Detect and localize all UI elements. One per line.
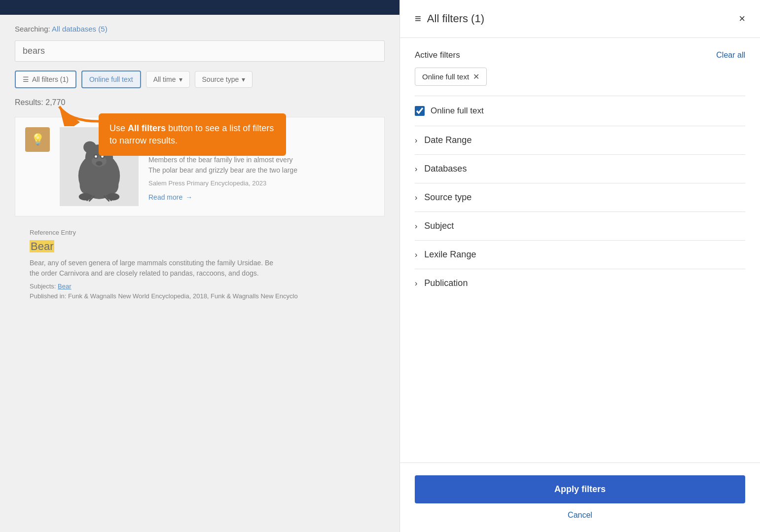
right-panel: ≡ All filters (1) × Active filters Clear…: [399, 0, 760, 532]
filter-bar: ☰ All filters (1) Online full text All t…: [15, 71, 385, 88]
all-filters-button[interactable]: ☰ All filters (1): [15, 71, 76, 88]
clear-all-button[interactable]: Clear all: [716, 51, 745, 60]
accordion-item-date-range: › Date Range: [415, 126, 745, 154]
arrow-right-icon: →: [185, 193, 192, 201]
chevron-right-icon: ›: [415, 165, 417, 174]
accordion-button-publication[interactable]: › Publication: [415, 278, 745, 288]
chevron-down-icon: ▾: [242, 75, 245, 83]
cancel-button[interactable]: Cancel: [415, 511, 745, 520]
accordion-item-publication: › Publication: [415, 269, 745, 297]
chevron-down-icon: ▾: [179, 75, 182, 83]
svg-point-2: [83, 141, 96, 153]
search-input-display: bears: [15, 40, 385, 62]
all-time-dropdown[interactable]: All time ▾: [146, 71, 190, 88]
filter-title: ≡ All filters (1): [415, 12, 484, 25]
chevron-right-icon: ›: [415, 250, 417, 259]
searching-line: Searching: All databases (5): [15, 25, 385, 33]
orange-arrow-container: [54, 97, 104, 128]
result-source: Salem Press Primary Encyclopedia, 2023: [148, 179, 374, 187]
remove-filter-button[interactable]: ✕: [473, 72, 479, 81]
accordion-button-lexile-range[interactable]: › Lexile Range: [415, 249, 745, 260]
online-full-text-checkbox[interactable]: [415, 106, 425, 116]
active-filters-section: Active filters Clear all Online full tex…: [415, 50, 745, 86]
active-filters-header: Active filters Clear all: [415, 50, 745, 60]
accordion-button-source-type[interactable]: › Source type: [415, 192, 745, 203]
reference-entry: Reference Entry Bear Bear, any of seven …: [15, 224, 385, 305]
ref-excerpt: Bear, any of seven genera of large mamma…: [30, 258, 370, 279]
orange-arrow-icon: [54, 97, 104, 126]
chevron-right-icon: ›: [415, 136, 417, 145]
accordion-button-databases[interactable]: › Databases: [415, 164, 745, 174]
svg-point-11: [108, 177, 119, 194]
active-filter-tag: Online full text ✕: [415, 68, 487, 86]
ref-type: Reference Entry: [30, 229, 370, 236]
accordion-item-source-type: › Source type: [415, 183, 745, 212]
apply-filters-button[interactable]: Apply filters: [415, 475, 745, 503]
accordion-item-lexile-range: › Lexile Range: [415, 240, 745, 269]
topic-badge: 💡: [25, 127, 50, 152]
online-full-text-button[interactable]: Online full text: [81, 71, 141, 88]
accordion-item-databases: › Databases: [415, 154, 745, 183]
active-filters-label: Active filters: [415, 50, 460, 60]
filter-footer: Apply filters Cancel: [400, 462, 760, 532]
chevron-right-icon: ›: [415, 279, 417, 288]
ref-subjects: Subjects: Bear: [30, 283, 370, 290]
ref-title: Bear: [30, 240, 370, 253]
filter-lines-icon: ≡: [415, 12, 421, 25]
accordion-button-subject[interactable]: › Subject: [415, 221, 745, 231]
online-full-text-checkbox-row[interactable]: Online full text: [415, 106, 745, 116]
chevron-right-icon: ›: [415, 222, 417, 231]
lightbulb-icon: 💡: [31, 133, 44, 146]
svg-point-9: [96, 161, 102, 166]
checkbox-section: Online full text: [415, 106, 745, 116]
left-panel: Searching: All databases (5) bears ☰ All…: [0, 0, 399, 532]
svg-point-10: [80, 177, 91, 194]
all-databases-link[interactable]: All databases (5): [52, 25, 108, 33]
top-bar: [0, 0, 399, 15]
read-more-link[interactable]: Read more →: [148, 193, 192, 201]
accordion-button-date-range[interactable]: › Date Range: [415, 135, 745, 145]
filter-body: Active filters Clear all Online full tex…: [400, 38, 760, 462]
source-type-dropdown[interactable]: Source type ▾: [195, 71, 253, 88]
svg-point-7: [95, 155, 97, 158]
tooltip-box: Use All filters button to see a list of …: [99, 113, 286, 156]
ref-published: Published in: Funk & Wagnalls New World …: [30, 292, 370, 300]
accordion-list: › Date Range › Databases › Source type ›: [415, 126, 745, 297]
accordion-item-subject: › Subject: [415, 212, 745, 240]
filter-icon: ☰: [23, 75, 29, 83]
subjects-link[interactable]: Bear: [58, 283, 71, 290]
filter-header: ≡ All filters (1) ×: [400, 0, 760, 38]
result-excerpt: Members of the bear family live in almos…: [148, 155, 374, 176]
chevron-right-icon: ›: [415, 193, 417, 202]
close-button[interactable]: ×: [739, 12, 745, 25]
divider: [415, 96, 745, 96]
